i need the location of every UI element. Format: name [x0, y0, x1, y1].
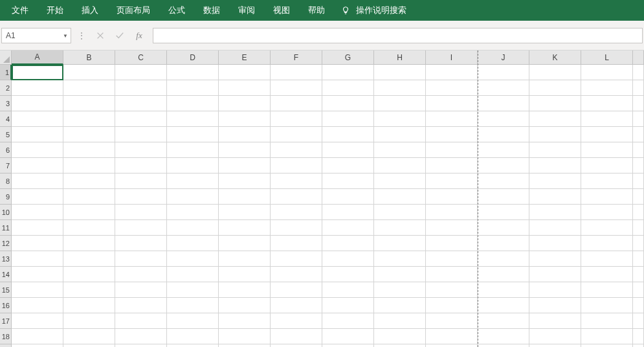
tab-home[interactable]: 开始	[38, 0, 72, 21]
cell-F8[interactable]	[271, 174, 322, 189]
cell-C19[interactable]	[115, 344, 167, 347]
column-header-G[interactable]: G	[322, 50, 374, 65]
cell-C7[interactable]	[115, 158, 167, 174]
cell-J10[interactable]	[478, 205, 529, 220]
cell-G16[interactable]	[322, 298, 374, 313]
cell-overflow[interactable]	[633, 344, 644, 347]
cell-G6[interactable]	[322, 142, 374, 158]
row-header-3[interactable]: 3	[0, 96, 12, 111]
cell-I6[interactable]	[426, 142, 478, 158]
cell-overflow[interactable]	[633, 205, 644, 220]
cell-K7[interactable]	[529, 158, 581, 174]
cell-J4[interactable]	[478, 111, 529, 127]
row-header-9[interactable]: 9	[0, 189, 12, 205]
cell-D6[interactable]	[167, 142, 219, 158]
formula-input[interactable]	[153, 28, 643, 43]
cell-L10[interactable]	[581, 205, 633, 220]
cell-G7[interactable]	[322, 158, 374, 174]
cell-A9[interactable]	[12, 189, 63, 205]
cell-C16[interactable]	[115, 298, 167, 313]
cell-L5[interactable]	[581, 127, 633, 142]
cell-D1[interactable]	[167, 65, 219, 80]
tab-review[interactable]: 审阅	[229, 0, 264, 21]
cell-F11[interactable]	[271, 220, 322, 236]
name-box[interactable]: A1 ▼	[1, 28, 71, 43]
cell-G12[interactable]	[322, 236, 374, 251]
cell-overflow[interactable]	[633, 127, 644, 142]
cell-J7[interactable]	[478, 158, 529, 174]
cell-J15[interactable]	[478, 282, 529, 298]
cell-K2[interactable]	[529, 80, 581, 96]
cell-overflow[interactable]	[633, 111, 644, 127]
cell-overflow[interactable]	[633, 298, 644, 313]
cell-J9[interactable]	[478, 189, 529, 205]
row-header-10[interactable]: 10	[0, 205, 12, 220]
cell-overflow[interactable]	[633, 282, 644, 298]
cell-D16[interactable]	[167, 298, 219, 313]
cell-A5[interactable]	[12, 127, 63, 142]
cell-K11[interactable]	[529, 220, 581, 236]
row-header-7[interactable]: 7	[0, 158, 12, 174]
row-header-15[interactable]: 15	[0, 282, 12, 298]
cell-F13[interactable]	[271, 251, 322, 267]
cell-L16[interactable]	[581, 298, 633, 313]
cell-D2[interactable]	[167, 80, 219, 96]
cell-H9[interactable]	[374, 189, 426, 205]
cell-I2[interactable]	[426, 80, 478, 96]
cell-A17[interactable]	[12, 313, 63, 329]
cell-I13[interactable]	[426, 251, 478, 267]
row-header-8[interactable]: 8	[0, 174, 12, 189]
cell-F19[interactable]	[271, 344, 322, 347]
cell-C3[interactable]	[115, 96, 167, 111]
column-header-H[interactable]: H	[374, 50, 426, 65]
cell-E14[interactable]	[219, 267, 271, 282]
row-header-14[interactable]: 14	[0, 267, 12, 282]
cell-B12[interactable]	[63, 236, 115, 251]
cell-E17[interactable]	[219, 313, 271, 329]
cell-H4[interactable]	[374, 111, 426, 127]
cell-F6[interactable]	[271, 142, 322, 158]
cell-K16[interactable]	[529, 298, 581, 313]
cell-K10[interactable]	[529, 205, 581, 220]
cell-E6[interactable]	[219, 142, 271, 158]
cell-overflow[interactable]	[633, 267, 644, 282]
cell-I14[interactable]	[426, 267, 478, 282]
row-header-2[interactable]: 2	[0, 80, 12, 96]
cell-C17[interactable]	[115, 313, 167, 329]
cell-J11[interactable]	[478, 220, 529, 236]
cell-I15[interactable]	[426, 282, 478, 298]
cell-B7[interactable]	[63, 158, 115, 174]
cell-overflow[interactable]	[633, 80, 644, 96]
tab-file[interactable]: 文件	[3, 0, 38, 21]
cell-H17[interactable]	[374, 313, 426, 329]
cell-G4[interactable]	[322, 111, 374, 127]
cell-I18[interactable]	[426, 329, 478, 344]
cell-C9[interactable]	[115, 189, 167, 205]
cell-K14[interactable]	[529, 267, 581, 282]
cell-J17[interactable]	[478, 313, 529, 329]
cell-C2[interactable]	[115, 80, 167, 96]
cell-F16[interactable]	[271, 298, 322, 313]
cell-overflow[interactable]	[633, 189, 644, 205]
cell-overflow[interactable]	[633, 313, 644, 329]
cell-L14[interactable]	[581, 267, 633, 282]
cell-G18[interactable]	[322, 329, 374, 344]
cell-B3[interactable]	[63, 96, 115, 111]
cell-D14[interactable]	[167, 267, 219, 282]
cell-B10[interactable]	[63, 205, 115, 220]
cell-C11[interactable]	[115, 220, 167, 236]
cell-E1[interactable]	[219, 65, 271, 80]
cell-K3[interactable]	[529, 96, 581, 111]
cell-I5[interactable]	[426, 127, 478, 142]
cell-D15[interactable]	[167, 282, 219, 298]
row-header-4[interactable]: 4	[0, 111, 12, 127]
select-all-corner[interactable]	[0, 50, 12, 65]
cell-B2[interactable]	[63, 80, 115, 96]
cell-C13[interactable]	[115, 251, 167, 267]
tab-view[interactable]: 视图	[264, 0, 299, 21]
cell-K19[interactable]	[529, 344, 581, 347]
cell-J16[interactable]	[478, 298, 529, 313]
cell-L2[interactable]	[581, 80, 633, 96]
cell-B16[interactable]	[63, 298, 115, 313]
cell-B6[interactable]	[63, 142, 115, 158]
